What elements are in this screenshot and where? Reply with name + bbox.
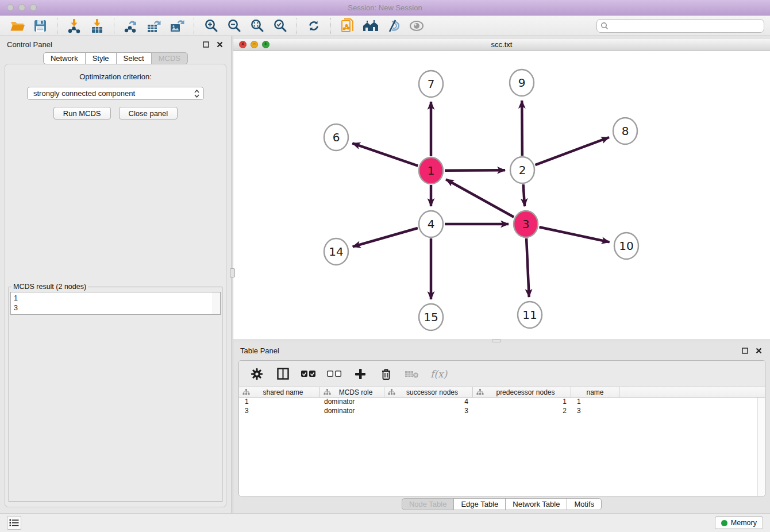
close-table-panel-button[interactable] [754, 346, 763, 355]
node-10[interactable]: 10 [614, 233, 638, 259]
hierarchy-icon [324, 389, 331, 395]
close-window-button[interactable] [7, 4, 14, 11]
zoom-fit-button[interactable] [248, 17, 265, 34]
refresh-button[interactable] [305, 17, 322, 34]
edge-1-2[interactable] [445, 170, 505, 171]
tab-mcds[interactable]: MCDS [151, 52, 188, 64]
edge-4-14[interactable] [353, 228, 418, 246]
cell-name[interactable]: 1 [571, 398, 619, 407]
table-settings-button[interactable] [249, 367, 264, 381]
search-input[interactable] [609, 21, 764, 31]
cell-mcds-role[interactable]: dominator [320, 407, 384, 416]
select-all-columns-button[interactable] [301, 367, 316, 381]
main-title-bar: Session: New Session [0, 0, 770, 16]
node-2[interactable]: 2 [510, 157, 534, 183]
column-header-mcds-role[interactable]: MCDS role [320, 387, 384, 397]
float-panel-button[interactable] [201, 40, 210, 49]
task-history-button[interactable] [7, 516, 21, 530]
right-pane: × − + scc.txt 7968124314101511 Table Pan… [233, 36, 770, 513]
tab-network-table[interactable]: Network Table [505, 498, 567, 510]
node-15[interactable]: 15 [419, 304, 443, 330]
result-scrollbar[interactable] [213, 292, 220, 314]
column-header-predecessor-nodes[interactable]: predecessor nodes [473, 387, 571, 397]
float-table-panel-button[interactable] [740, 346, 749, 355]
node-6[interactable]: 6 [324, 124, 348, 151]
open-file-button[interactable] [9, 17, 26, 34]
column-header-name[interactable]: name [571, 387, 619, 397]
cell-shared-name[interactable]: 1 [239, 398, 320, 407]
network-from-file-button[interactable] [339, 17, 356, 34]
save-session-button[interactable] [32, 17, 49, 34]
run-mcds-button[interactable]: Run MCDS [53, 107, 111, 119]
show-column-panel-button[interactable] [275, 367, 290, 381]
cell-mcds-role[interactable]: dominator [320, 398, 384, 407]
export-table-button[interactable] [145, 17, 163, 34]
zoom-window-button[interactable] [30, 4, 37, 11]
minimize-window-button[interactable] [18, 4, 25, 11]
create-column-button[interactable] [353, 367, 368, 381]
edge-2-8[interactable] [535, 137, 609, 165]
horizontal-splitter[interactable] [233, 339, 770, 342]
network-canvas[interactable]: 7968124314101511 [233, 51, 770, 339]
import-network-button[interactable] [66, 17, 83, 34]
edge-2-9[interactable] [522, 101, 522, 156]
zoom-selected-button[interactable] [271, 17, 288, 34]
cell-successor-nodes[interactable]: 4 [384, 398, 473, 407]
edge-3-11[interactable] [526, 238, 529, 297]
horizontal-splitter-grip[interactable] [492, 339, 501, 342]
edge-3-1[interactable] [446, 179, 514, 217]
optimization-criterion-select[interactable]: strongly connected component [27, 87, 204, 100]
column-header-shared-name[interactable]: shared name [239, 387, 320, 397]
unselect-all-columns-button[interactable] [327, 367, 342, 381]
table-scrollbar[interactable] [757, 398, 765, 496]
tab-network[interactable]: Network [43, 52, 86, 64]
node-1[interactable]: 1 [419, 157, 443, 184]
close-panel-button-mcds[interactable]: Close panel [119, 107, 178, 119]
node-9[interactable]: 9 [510, 70, 534, 96]
tab-node-table[interactable]: Node Table [402, 498, 455, 510]
vertical-splitter[interactable] [231, 36, 233, 513]
hierarchy-icon [242, 389, 250, 395]
mcds-result-textarea[interactable]: 1 3 [10, 292, 221, 315]
vertical-splitter-grip[interactable] [230, 268, 235, 277]
export-image-button[interactable] [168, 17, 186, 34]
column-label: successor nodes [395, 388, 472, 396]
cell-successor-nodes[interactable]: 3 [384, 407, 473, 416]
column-header-successor-nodes[interactable]: successor nodes [384, 387, 473, 397]
edge-1-6[interactable] [352, 143, 418, 165]
table-row[interactable]: 1 dominator 4 1 1 [239, 398, 765, 407]
home-button[interactable] [362, 17, 379, 34]
cell-name[interactable]: 3 [571, 407, 619, 416]
cell-predecessor-nodes[interactable]: 1 [473, 398, 571, 407]
node-4[interactable]: 4 [419, 211, 443, 237]
node-label-9: 9 [518, 76, 526, 90]
zoom-out-button[interactable] [225, 17, 242, 34]
memory-button[interactable]: Memory [715, 516, 763, 529]
node-14[interactable]: 14 [324, 238, 348, 265]
zoom-in-button[interactable] [202, 17, 220, 34]
column-label: name [575, 388, 619, 396]
import-table-button[interactable] [88, 17, 106, 34]
tab-edge-table[interactable]: Edge Table [453, 498, 506, 510]
tab-style[interactable]: Style [85, 52, 117, 64]
node-11[interactable]: 11 [518, 302, 542, 328]
edge-2-3[interactable] [523, 184, 525, 206]
edge-3-10[interactable] [539, 227, 609, 242]
cell-shared-name[interactable]: 3 [239, 407, 320, 416]
tab-select[interactable]: Select [116, 52, 152, 64]
tab-motifs[interactable]: Motifs [567, 498, 602, 510]
table-tabs: Node Table Edge Table Network Table Moti… [233, 498, 770, 511]
node-8[interactable]: 8 [613, 118, 637, 144]
search-field[interactable] [596, 19, 764, 33]
show-details-eye-button[interactable] [408, 17, 425, 34]
hide-details-button[interactable] [385, 17, 402, 34]
node-3[interactable]: 3 [514, 211, 538, 237]
table-row[interactable]: 3 dominator 3 2 3 [239, 407, 765, 416]
column-label: shared name [250, 388, 319, 396]
export-network-button[interactable] [122, 17, 140, 34]
node-7[interactable]: 7 [419, 71, 443, 97]
export-network-icon [124, 18, 138, 33]
delete-column-button[interactable] [379, 367, 394, 381]
cell-predecessor-nodes[interactable]: 2 [473, 407, 571, 416]
close-panel-button[interactable] [215, 40, 224, 49]
